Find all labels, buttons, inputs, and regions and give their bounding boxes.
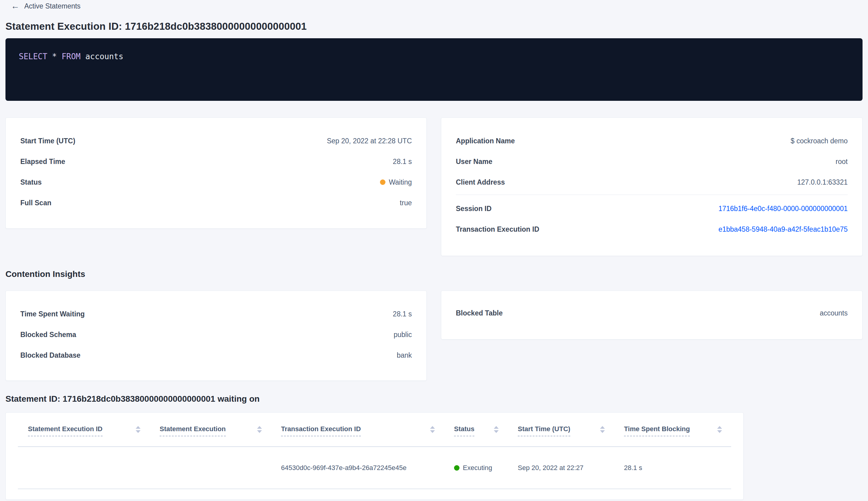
table-header-row: Statement Execution ID Statement Executi… xyxy=(18,413,731,447)
table-row: 64530d0c-969f-437e-a9b4-26a72245e45e Exe… xyxy=(18,447,731,489)
start-time-label: Start Time (UTC) xyxy=(20,137,75,145)
contention-insights-heading: Contention Insights xyxy=(6,269,862,279)
cell-transaction-execution-id: 64530d0c-969f-437e-a9b4-26a72245e45e xyxy=(271,447,444,489)
blocked-table-label: Blocked Table xyxy=(456,309,502,317)
status-label: Status xyxy=(20,178,42,186)
column-header-time-spent-blocking[interactable]: Time Spent Blocking xyxy=(614,413,731,446)
column-header-statement-execution-id[interactable]: Statement Execution ID xyxy=(18,413,150,446)
column-header-transaction-execution-id[interactable]: Transaction Execution ID xyxy=(271,413,444,446)
status-row: Status Waiting xyxy=(20,172,412,192)
time-spent-waiting-value: 28.1 s xyxy=(393,310,412,318)
overview-card-right: Application Name $ cockroach demo User N… xyxy=(441,117,862,256)
session-id-link[interactable]: 1716b1f6-4e0c-f480-0000-000000000001 xyxy=(718,205,848,213)
cell-statement-execution-id xyxy=(18,447,150,489)
session-id-label: Session ID xyxy=(456,205,492,213)
cell-status: Executing xyxy=(444,447,508,489)
blocked-table-row: Blocked Table accounts xyxy=(456,303,848,323)
waiting-on-table-card: Statement Execution ID Statement Executi… xyxy=(6,412,744,500)
sql-table-name: accounts xyxy=(85,52,123,61)
client-address-row: Client Address 127.0.0.1:63321 xyxy=(456,172,848,192)
sort-icon[interactable] xyxy=(600,426,605,436)
statement-execution-details-page: ← Active Statements Statement Execution … xyxy=(0,0,868,500)
status-value: Waiting xyxy=(380,178,412,186)
sql-statement: SELECT * FROM accounts xyxy=(19,52,123,61)
full-scan-value: true xyxy=(400,199,412,207)
card-divider xyxy=(456,195,848,195)
waiting-on-heading: Statement ID: 1716b218dc0b38380000000000… xyxy=(6,394,862,404)
sort-icon[interactable] xyxy=(494,426,499,436)
time-spent-waiting-row: Time Spent Waiting 28.1 s xyxy=(20,303,412,324)
sql-star-operator: * xyxy=(52,52,57,61)
client-address-label: Client Address xyxy=(456,178,505,186)
sort-icon[interactable] xyxy=(717,426,722,436)
time-spent-waiting-label: Time Spent Waiting xyxy=(20,310,85,318)
cell-statement-execution xyxy=(150,447,271,489)
sort-icon[interactable] xyxy=(257,426,262,436)
user-name-value: root xyxy=(836,158,848,166)
start-time-row: Start Time (UTC) Sep 20, 2022 at 22:28 U… xyxy=(20,130,412,151)
sort-icon[interactable] xyxy=(135,426,141,436)
back-link[interactable]: ← Active Statements xyxy=(6,2,80,10)
user-name-label: User Name xyxy=(456,158,492,166)
blocked-database-row: Blocked Database bank xyxy=(20,345,412,365)
transaction-execution-id-link[interactable]: e1bba458-5948-40a9-a42f-5feac1b10e75 xyxy=(718,225,848,233)
arrow-left-icon: ← xyxy=(11,2,19,10)
sort-icon[interactable] xyxy=(430,426,435,436)
cell-start-time: Sep 20, 2022 at 22:27 xyxy=(508,447,614,489)
blocked-table-card: Blocked Table accounts xyxy=(441,290,862,340)
cell-time-spent-blocking: 28.1 s xyxy=(614,447,731,489)
sql-keyword-from: FROM xyxy=(62,52,81,61)
transaction-execution-id-label: Transaction Execution ID xyxy=(456,225,539,234)
column-header-statement-execution[interactable]: Statement Execution xyxy=(150,413,271,446)
application-name-value: $ cockroach demo xyxy=(791,137,848,145)
column-header-start-time[interactable]: Start Time (UTC) xyxy=(508,413,614,446)
blocked-schema-row: Blocked Schema public xyxy=(20,324,412,345)
waiting-status-dot-icon xyxy=(380,180,386,185)
contention-card: Time Spent Waiting 28.1 s Blocked Schema… xyxy=(6,290,427,381)
elapsed-time-value: 28.1 s xyxy=(393,158,412,166)
blocked-database-value: bank xyxy=(397,351,412,360)
column-header-status[interactable]: Status xyxy=(444,413,508,446)
executing-status-dot-icon xyxy=(454,465,459,471)
blocked-schema-value: public xyxy=(394,331,412,339)
blocked-table-value: accounts xyxy=(820,309,848,317)
client-address-value: 127.0.0.1:63321 xyxy=(797,178,848,186)
full-scan-label: Full Scan xyxy=(20,199,51,207)
transaction-execution-id-row: Transaction Execution ID e1bba458-5948-4… xyxy=(456,219,848,239)
elapsed-time-row: Elapsed Time 28.1 s xyxy=(20,151,412,172)
elapsed-time-label: Elapsed Time xyxy=(20,158,65,166)
blocked-schema-label: Blocked Schema xyxy=(20,331,76,339)
sql-statement-box: SELECT * FROM accounts xyxy=(6,38,862,101)
back-link-label: Active Statements xyxy=(24,2,80,10)
application-name-row: Application Name $ cockroach demo xyxy=(456,130,848,151)
full-scan-row: Full Scan true xyxy=(20,192,412,213)
contention-section: Time Spent Waiting 28.1 s Blocked Schema… xyxy=(6,290,862,381)
sql-keyword-select: SELECT xyxy=(19,52,47,61)
status-text: Waiting xyxy=(389,178,412,186)
start-time-value: Sep 20, 2022 at 22:28 UTC xyxy=(327,137,412,145)
user-name-row: User Name root xyxy=(456,151,848,172)
cell-status-text: Executing xyxy=(463,464,492,472)
overview-card-left: Start Time (UTC) Sep 20, 2022 at 22:28 U… xyxy=(6,117,427,228)
application-name-label: Application Name xyxy=(456,137,515,145)
overview-section: Start Time (UTC) Sep 20, 2022 at 22:28 U… xyxy=(6,117,862,256)
page-title: Statement Execution ID: 1716b218dc0b3838… xyxy=(6,21,862,32)
session-id-row: Session ID 1716b1f6-4e0c-f480-0000-00000… xyxy=(456,198,848,219)
blocked-database-label: Blocked Database xyxy=(20,351,80,360)
